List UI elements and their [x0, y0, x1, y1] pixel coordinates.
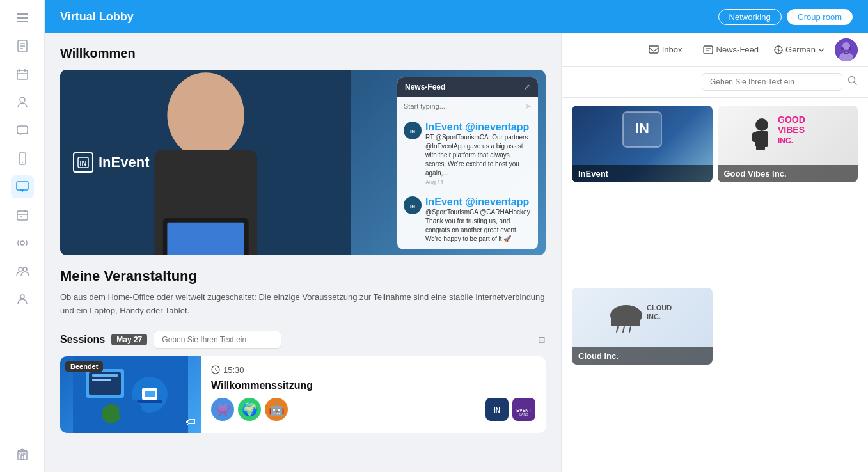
news-feed-header: News-Feed ⤢ — [397, 77, 538, 97]
svg-rect-12 — [17, 126, 28, 134]
mobile-icon[interactable] — [11, 147, 34, 170]
chat-icon[interactable] — [11, 119, 34, 142]
svg-point-32 — [167, 72, 244, 158]
session-card: Beendet 🏷 15:30 Willkommenssitzung 👾 🌍 🤖 — [60, 356, 546, 433]
eventland-badge: EVENTLAND — [512, 398, 535, 421]
building-icon[interactable] — [11, 443, 34, 466]
schedule-icon[interactable] — [11, 203, 34, 226]
svg-text:IN: IN — [410, 203, 415, 209]
news-feed-expand-icon[interactable]: ⤢ — [524, 83, 530, 91]
menu-icon[interactable] — [11, 6, 34, 29]
monitor-icon[interactable] — [11, 175, 34, 198]
bookmark-icon[interactable]: 🏷 — [185, 416, 196, 428]
svg-rect-1 — [17, 17, 28, 19]
svg-rect-18 — [17, 211, 28, 220]
svg-rect-28 — [21, 455, 24, 460]
event-title: Meine Veranstaltung — [60, 268, 546, 285]
sessions-label: Sessions — [60, 334, 105, 345]
svg-rect-2 — [17, 21, 28, 22]
news-feed-title: News-Feed — [405, 83, 445, 91]
svg-rect-77 — [763, 132, 768, 142]
sponsor-label-cloud: Cloud Inc. — [572, 347, 713, 365]
broadcast-icon[interactable] — [11, 232, 34, 255]
inevent-badge: IN — [485, 398, 509, 421]
svg-text:GOOD: GOOD — [778, 114, 805, 125]
svg-rect-35 — [167, 223, 244, 255]
sessions-search-input[interactable] — [154, 331, 281, 349]
svg-rect-50 — [137, 400, 162, 403]
svg-rect-60 — [704, 46, 713, 54]
group-room-tab[interactable]: Group room — [787, 9, 853, 25]
person-icon[interactable] — [11, 91, 34, 114]
svg-line-89 — [629, 327, 631, 332]
session-info: 15:30 Willkommenssitzung 👾 🌍 🤖 IN — [201, 356, 546, 433]
svg-point-23 — [20, 241, 24, 245]
header-tabs: Networking Group room — [718, 9, 853, 25]
hero-logo: IN InEvent — [73, 152, 149, 173]
document-icon[interactable] — [11, 35, 34, 58]
tweet-content-1: RT @SportTourismCA: Our partners @InEven… — [425, 133, 532, 178]
tweet-avatar-1: IN — [404, 122, 422, 139]
language-button[interactable]: German — [774, 45, 825, 54]
newsfeed-button[interactable]: News-Feed — [698, 42, 764, 57]
sponsor-card-cloud[interactable]: CLOUD INC. Cloud Inc. — [572, 288, 713, 365]
session-name: Willkommenssitzung — [211, 380, 535, 391]
sessions-filter-icon[interactable]: ⊟ — [538, 334, 546, 345]
sponsor-img-goodvibes: GOOD VIBES INC. — [718, 106, 858, 157]
svg-rect-46 — [92, 379, 111, 381]
inbox-button[interactable]: Inbox — [643, 42, 688, 57]
hero-logo-icon: IN — [73, 152, 93, 173]
sponsor-label-goodvibes: Good Vibes Inc. — [718, 165, 858, 182]
sponsor-search-input[interactable] — [702, 73, 842, 91]
main-container: Virtual Lobby Networking Group room Will… — [45, 0, 868, 472]
networking-tab[interactable]: Networking — [718, 9, 782, 25]
svg-text:IN: IN — [494, 407, 500, 414]
session-status-badge: Beendet — [65, 361, 103, 372]
users-icon[interactable] — [11, 288, 34, 311]
calendar-icon[interactable] — [11, 63, 34, 86]
session-time-value: 15:30 — [223, 365, 244, 375]
svg-rect-29 — [20, 453, 22, 455]
sessions-search — [154, 331, 532, 349]
sponsors-grid: IN InEvent — [562, 98, 868, 472]
svg-rect-45 — [92, 374, 118, 377]
news-feed-card: News-Feed ⤢ ➤ IN InEvent @in — [397, 77, 538, 249]
svg-point-24 — [19, 267, 22, 271]
news-input[interactable] — [404, 102, 521, 110]
sessions-header: Sessions May 27 ⊟ — [60, 331, 546, 349]
sponsor-search-icon[interactable] — [848, 75, 858, 88]
svg-text:INC.: INC. — [647, 313, 661, 320]
svg-line-87 — [617, 327, 618, 332]
sponsor-card-inevent[interactable]: IN InEvent — [572, 106, 713, 182]
sidebar — [0, 0, 45, 472]
svg-rect-0 — [17, 13, 28, 15]
date-badge: May 27 — [111, 334, 147, 345]
content-split: Willkommen — [45, 33, 868, 472]
right-search-area — [562, 67, 868, 98]
tweet-2: IN InEvent @ineventapp @SportTourismCA @… — [397, 191, 538, 249]
user-avatar[interactable] — [835, 38, 858, 61]
svg-line-71 — [854, 82, 857, 85]
newsfeed-label: News-Feed — [716, 45, 759, 54]
language-label: German — [785, 45, 816, 54]
svg-point-25 — [23, 267, 27, 271]
svg-point-51 — [102, 404, 121, 423]
svg-point-14 — [22, 162, 23, 163]
session-attendee-avatars: 👾 🌍 🤖 — [211, 398, 288, 421]
session-time: 15:30 — [211, 365, 535, 375]
group-icon[interactable] — [11, 260, 34, 283]
svg-text:IN: IN — [80, 159, 87, 167]
svg-point-11 — [20, 97, 25, 102]
inbox-label: Inbox — [662, 45, 683, 54]
svg-rect-15 — [17, 182, 28, 190]
welcome-title: Willkommen — [60, 46, 546, 61]
svg-text:IN: IN — [410, 129, 415, 134]
svg-rect-86 — [611, 318, 640, 326]
session-thumbnail: Beendet 🏷 — [60, 356, 201, 433]
svg-point-26 — [20, 295, 24, 299]
svg-rect-30 — [23, 453, 25, 455]
sponsor-card-goodvibes[interactable]: GOOD VIBES INC. Good Vibes Inc. — [718, 106, 858, 182]
event-description: Ob aus dem Home-Office oder weltweit zug… — [60, 291, 546, 318]
svg-line-55 — [216, 370, 217, 371]
sponsor-label-inevent: InEvent — [572, 165, 713, 182]
